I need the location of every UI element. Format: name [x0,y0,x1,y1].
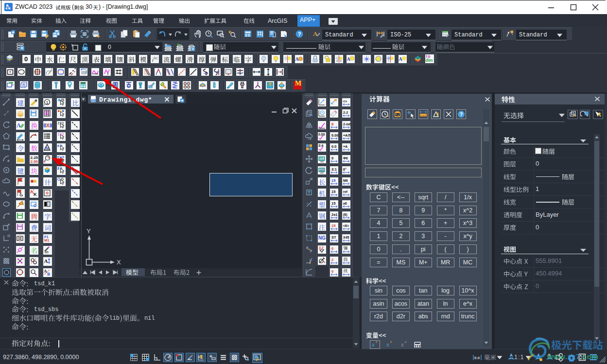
svg-text:www.xz7.com: www.xz7.com [547,352,598,361]
